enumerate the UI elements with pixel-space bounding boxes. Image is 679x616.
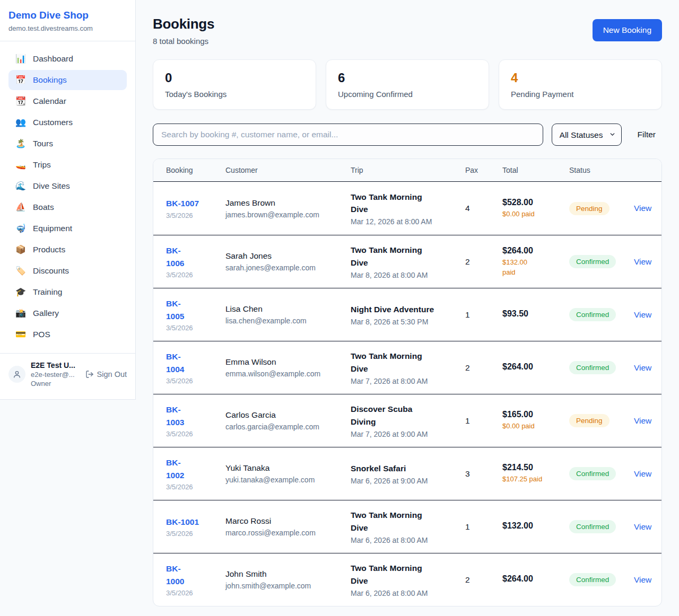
booking-cell: BK- 1005 3/5/2026 xyxy=(166,297,225,332)
speedboat-icon: 🚤 xyxy=(15,161,26,169)
filter-button[interactable]: Filter xyxy=(638,130,656,139)
main-content: Bookings 8 total bookings New Booking 0 … xyxy=(136,0,679,616)
island-icon: 🏝️ xyxy=(15,139,26,148)
table-row: BK-1007 3/5/2026 James Brown james.brown… xyxy=(153,182,661,235)
trip-cell: Two Tank Morning Dive Mar 12, 2026 at 8:… xyxy=(351,191,465,226)
total-amount: $528.00 xyxy=(502,198,562,207)
customer-email: carlos.garcia@example.com xyxy=(225,423,343,431)
customer-cell: Emma Wilson emma.wilson@example.com xyxy=(225,357,351,378)
avatar xyxy=(8,366,25,383)
total-cell: $214.50 $107.25 paid xyxy=(502,463,569,485)
paid-amount: $0.00 paid xyxy=(502,209,562,219)
customer-email: yuki.tanaka@example.com xyxy=(225,476,343,484)
column-header-trip: Trip xyxy=(351,166,465,174)
table-row: BK- 1003 3/5/2026 Carlos Garcia carlos.g… xyxy=(153,394,661,447)
booking-id-link[interactable]: BK-1007 xyxy=(166,197,199,210)
pax-cell: 2 xyxy=(465,363,502,373)
customer-name: John Smith xyxy=(225,569,343,579)
sidebar-item-products[interactable]: 📦 Products xyxy=(8,240,127,260)
actions-cell: View xyxy=(634,257,649,267)
customer-name: Emma Wilson xyxy=(225,357,343,367)
trip-name: Two Tank Morning Dive xyxy=(351,191,458,216)
trip-name: Two Tank Morning Dive xyxy=(351,244,458,269)
graduation-cap-icon: 🎓 xyxy=(15,288,26,296)
pax-cell: 1 xyxy=(465,310,502,320)
column-header-total: Total xyxy=(502,166,569,174)
sidebar-item-dive-sites[interactable]: 🌊 Dive Sites xyxy=(8,176,127,196)
credit-card-icon: 💳 xyxy=(15,330,26,339)
sidebar-item-customers[interactable]: 👥 Customers xyxy=(8,112,127,133)
sailboat-icon: ⛵ xyxy=(15,203,26,212)
stat-card: 4 Pending Payment xyxy=(499,59,662,110)
total-amount: $264.00 xyxy=(502,362,562,372)
booking-id-link[interactable]: BK- 1002 xyxy=(166,456,184,482)
table-row: BK-1001 3/5/2026 Marco Rossi marco.rossi… xyxy=(153,500,661,553)
status-badge: Confirmed xyxy=(569,308,616,321)
diving-mask-icon: 🤿 xyxy=(15,224,26,233)
status-badge: Pending xyxy=(569,202,610,215)
filter-row: All Statuses Filter xyxy=(153,124,662,146)
search-input[interactable] xyxy=(153,124,543,146)
booking-date: 3/5/2026 xyxy=(166,212,218,219)
sidebar-item-dashboard[interactable]: 📊 Dashboard xyxy=(8,49,127,69)
booking-id-link[interactable]: BK- 1005 xyxy=(166,297,184,323)
sign-out-button[interactable]: Sign Out xyxy=(85,370,127,379)
sidebar-item-trips[interactable]: 🚤 Trips xyxy=(8,155,127,175)
status-cell: Confirmed xyxy=(569,361,634,374)
sidebar-item-equipment[interactable]: 🤿 Equipment xyxy=(8,218,127,239)
view-link[interactable]: View xyxy=(634,363,651,372)
table-header-row: Booking Customer Trip Pax Total Status xyxy=(153,159,661,182)
stat-card: 6 Upcoming Confirmed xyxy=(326,59,489,110)
booking-id-link[interactable]: BK- 1004 xyxy=(166,350,184,376)
sidebar-item-pos[interactable]: 💳 POS xyxy=(8,324,127,345)
new-booking-button[interactable]: New Booking xyxy=(593,19,662,41)
booking-id-link[interactable]: BK- 1006 xyxy=(166,244,184,270)
actions-cell: View xyxy=(634,416,649,426)
booking-id-link[interactable]: BK- 1003 xyxy=(166,403,184,429)
sidebar-item-label: Products xyxy=(33,245,65,254)
view-link[interactable]: View xyxy=(634,469,651,478)
view-link[interactable]: View xyxy=(634,310,651,319)
customer-email: john.smith@example.com xyxy=(225,582,343,590)
sidebar-item-label: Trips xyxy=(33,160,51,170)
sidebar-item-discounts[interactable]: 🏷️ Discounts xyxy=(8,261,127,281)
sidebar-item-gallery[interactable]: 📸 Gallery xyxy=(8,303,127,323)
sidebar-item-bookings[interactable]: 📅 Bookings xyxy=(8,70,127,90)
sidebar-item-label: Equipment xyxy=(33,224,72,233)
status-filter-select[interactable]: All Statuses xyxy=(552,124,622,146)
sidebar-item-training[interactable]: 🎓 Training xyxy=(8,282,127,302)
trip-name: Night Dive Adventure xyxy=(351,303,458,315)
view-link[interactable]: View xyxy=(634,204,651,213)
user-email: e2e-tester@... xyxy=(31,371,80,379)
view-link[interactable]: View xyxy=(634,416,651,425)
sidebar-item-tours[interactable]: 🏝️ Tours xyxy=(8,134,127,154)
status-cell: Pending xyxy=(569,414,634,427)
view-link[interactable]: View xyxy=(634,522,651,531)
status-badge: Confirmed xyxy=(569,573,616,586)
trip-name: Two Tank Morning Dive xyxy=(351,350,458,375)
status-badge: Confirmed xyxy=(569,520,616,533)
view-link[interactable]: View xyxy=(634,257,651,266)
table-row: BK- 1005 3/5/2026 Lisa Chen lisa.chen@ex… xyxy=(153,288,661,341)
booking-date: 3/5/2026 xyxy=(166,483,218,491)
trip-cell: Two Tank Morning Dive Mar 8, 2026 at 8:0… xyxy=(351,244,465,279)
trip-cell: Discover Scuba Diving Mar 7, 2026 at 9:0… xyxy=(351,403,465,438)
status-badge: Confirmed xyxy=(569,467,616,480)
booking-id-link[interactable]: BK- 1000 xyxy=(166,562,184,588)
booking-cell: BK-1007 3/5/2026 xyxy=(166,197,225,219)
stat-label: Pending Payment xyxy=(511,90,650,99)
actions-cell: View xyxy=(634,204,649,213)
sidebar-item-calendar[interactable]: 📆 Calendar xyxy=(8,91,127,111)
booking-date: 3/5/2026 xyxy=(166,589,218,597)
booking-id-link[interactable]: BK-1001 xyxy=(166,516,199,529)
table-row: BK- 1000 3/5/2026 John Smith john.smith@… xyxy=(153,553,661,606)
total-cell: $264.00 xyxy=(502,574,569,586)
tearoff-calendar-icon: 📆 xyxy=(15,97,26,105)
status-cell: Confirmed xyxy=(569,520,634,533)
sidebar-item-boats[interactable]: ⛵ Boats xyxy=(8,197,127,217)
stats-row: 0 Today's Bookings 6 Upcoming Confirmed … xyxy=(153,59,662,110)
status-badge: Confirmed xyxy=(569,255,616,268)
view-link[interactable]: View xyxy=(634,575,651,584)
total-amount: $264.00 xyxy=(502,246,562,256)
sidebar-item-label: Bookings xyxy=(33,75,67,85)
